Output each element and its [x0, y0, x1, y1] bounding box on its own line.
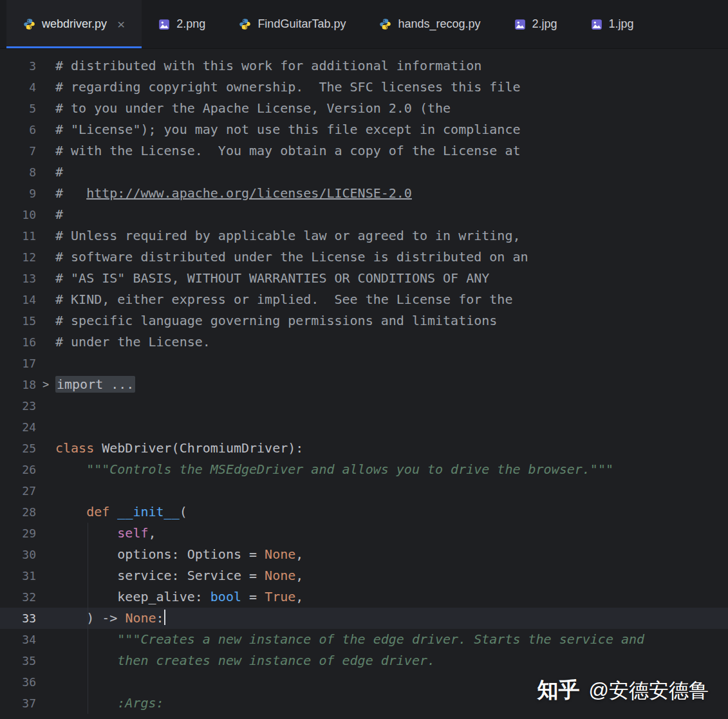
fold-column — [36, 310, 55, 331]
code-line-3[interactable]: 3# distributed with this work for additi… — [0, 55, 728, 77]
code-text — [55, 353, 728, 374]
line-number: 18 — [0, 374, 36, 395]
close-icon[interactable]: × — [117, 17, 125, 31]
fold-column — [36, 693, 55, 714]
fold-arrow-icon[interactable]: > — [36, 374, 55, 395]
code-text: # specific language governing permission… — [55, 310, 728, 331]
fold-column — [36, 98, 55, 119]
fold-column — [36, 671, 55, 693]
line-number: 15 — [0, 310, 36, 331]
line-number: 4 — [0, 77, 36, 98]
watermark: 知乎 @安德安德鲁 — [537, 676, 709, 705]
code-line-15[interactable]: 15# specific language governing permissi… — [0, 310, 728, 331]
code-text: # "License"); you may not use this file … — [55, 119, 728, 140]
fold-column — [36, 544, 55, 565]
code-line-25[interactable]: 25class WebDriver(ChromiumDriver): — [0, 438, 728, 459]
code-text: def __init__( — [55, 501, 728, 523]
code-line-23[interactable]: 23 — [0, 395, 728, 416]
fold-column — [36, 459, 55, 480]
tab-label: hands_recog.py — [398, 17, 480, 31]
tab-label: 2.png — [176, 17, 205, 31]
fold-column — [36, 225, 55, 247]
line-number: 31 — [0, 565, 36, 586]
line-number: 37 — [0, 693, 36, 714]
fold-column — [36, 629, 55, 650]
code-text: service: Service = None, — [55, 565, 728, 586]
tab-webdriver.py[interactable]: webdriver.py× — [6, 0, 142, 48]
tab-label: 2.jpg — [532, 17, 557, 31]
code-line-26[interactable]: 26 """Controls the MSEdgeDriver and allo… — [0, 459, 728, 480]
image-icon — [591, 19, 602, 30]
code-line-8[interactable]: 8# — [0, 162, 728, 183]
code-text — [55, 480, 728, 501]
fold-column — [36, 247, 55, 268]
code-text: # KIND, either express or implied. See t… — [55, 289, 728, 310]
code-line-33[interactable]: 33 ) -> None: — [0, 608, 728, 629]
fold-column — [36, 586, 55, 608]
code-text: # under the License. — [55, 331, 728, 353]
line-number: 5 — [0, 98, 36, 119]
line-number: 26 — [0, 459, 36, 480]
code-line-5[interactable]: 5# to you under the Apache License, Vers… — [0, 98, 728, 119]
code-line-10[interactable]: 10# — [0, 204, 728, 225]
code-line-7[interactable]: 7# with the License. You may obtain a co… — [0, 140, 728, 162]
code-line-34[interactable]: 34 """Creates a new instance of the edge… — [0, 629, 728, 650]
fold-column — [36, 480, 55, 501]
line-number: 35 — [0, 650, 36, 671]
code-line-24[interactable]: 24 — [0, 416, 728, 438]
code-line-9[interactable]: 9# http://www.apache.org/licenses/LICENS… — [0, 183, 728, 204]
code-text: # to you under the Apache License, Versi… — [55, 98, 728, 119]
tab-2.png[interactable]: 2.png — [142, 0, 222, 48]
fold-column — [36, 608, 55, 629]
code-line-28[interactable]: 28 def __init__( — [0, 501, 728, 523]
line-number: 6 — [0, 119, 36, 140]
fold-column — [36, 77, 55, 98]
code-text: keep_alive: bool = True, — [55, 586, 728, 608]
code-editor[interactable]: 3# distributed with this work for additi… — [0, 50, 728, 719]
code-text: # regarding copyright ownership. The SFC… — [55, 77, 728, 98]
code-line-14[interactable]: 14# KIND, either express or implied. See… — [0, 289, 728, 310]
code-line-30[interactable]: 30 options: Options = None, — [0, 544, 728, 565]
code-text: # distributed with this work for additio… — [55, 55, 728, 77]
code-line-32[interactable]: 32 keep_alive: bool = True, — [0, 586, 728, 608]
code-line-27[interactable]: 27 — [0, 480, 728, 501]
code-line-35[interactable]: 35 then creates new instance of edge dri… — [0, 650, 728, 671]
code-line-12[interactable]: 12# software distributed under the Licen… — [0, 247, 728, 268]
code-text: """Controls the MSEdgeDriver and allows … — [55, 459, 728, 480]
fold-column — [36, 438, 55, 459]
line-number: 3 — [0, 55, 36, 77]
tab-2.jpg[interactable]: 2.jpg — [498, 0, 574, 48]
fold-column — [36, 565, 55, 586]
code-line-31[interactable]: 31 service: Service = None, — [0, 565, 728, 586]
code-line-6[interactable]: 6# "License"); you may not use this file… — [0, 119, 728, 140]
code-text: """Creates a new instance of the edge dr… — [55, 629, 728, 650]
line-number: 7 — [0, 140, 36, 162]
tab-bar: webdriver.py×2.pngFindGuitarTab.pyhands_… — [0, 0, 728, 49]
code-line-18[interactable]: 18>import ... — [0, 374, 728, 395]
image-icon — [514, 19, 526, 30]
fold-column — [36, 416, 55, 438]
fold-column — [36, 395, 55, 416]
fold-column — [36, 501, 55, 523]
line-number: 33 — [0, 608, 36, 629]
code-text: options: Options = None, — [55, 544, 728, 565]
code-line-17[interactable]: 17 — [0, 353, 728, 374]
tab-hands_recog.py[interactable]: hands_recog.py — [362, 0, 497, 48]
tab-label: FindGuitarTab.py — [257, 17, 346, 31]
code-text: import ... — [55, 374, 728, 395]
fold-column — [36, 140, 55, 162]
code-text: self, — [55, 523, 728, 544]
code-line-16[interactable]: 16# under the License. — [0, 331, 728, 353]
line-number: 13 — [0, 268, 36, 289]
code-line-11[interactable]: 11# Unless required by applicable law or… — [0, 225, 728, 247]
code-line-4[interactable]: 4# regarding copyright ownership. The SF… — [0, 77, 728, 98]
tab-FindGuitarTab.py[interactable]: FindGuitarTab.py — [222, 0, 362, 48]
line-number: 17 — [0, 353, 36, 374]
code-text: # Unless required by applicable law or a… — [55, 225, 728, 247]
fold-column — [36, 204, 55, 225]
code-line-29[interactable]: 29 self, — [0, 523, 728, 544]
line-number: 9 — [0, 183, 36, 204]
code-line-13[interactable]: 13# "AS IS" BASIS, WITHOUT WARRANTIES OR… — [0, 268, 728, 289]
tab-1.jpg[interactable]: 1.jpg — [574, 0, 651, 48]
line-number: 14 — [0, 289, 36, 310]
